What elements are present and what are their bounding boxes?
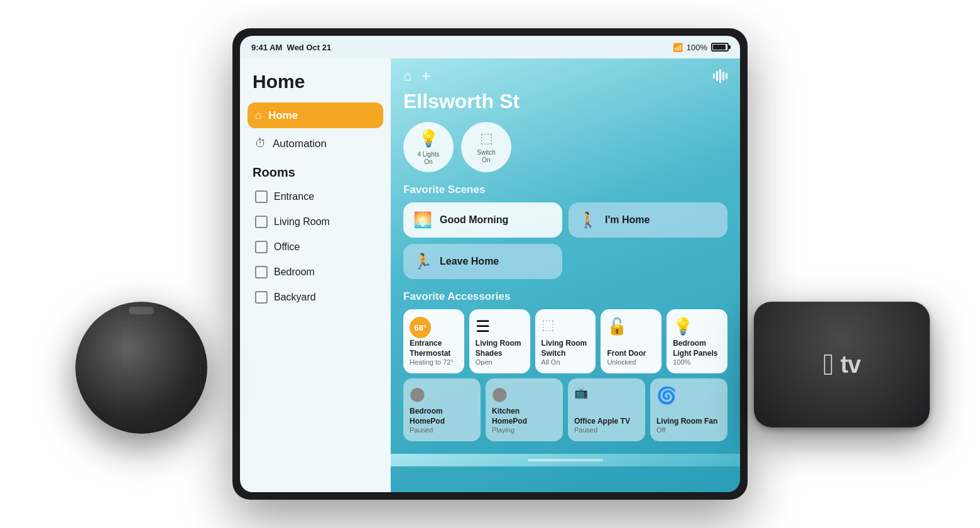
shades-status: Open <box>476 358 524 366</box>
room-icon-office <box>255 241 268 253</box>
room-icon-backyard <box>255 291 268 304</box>
waveform-bar-2 <box>716 71 718 81</box>
accessory-bedroom-homepod[interactable]: ⬤ Bedroom HomePod Paused <box>403 378 481 441</box>
home-nav-icon[interactable]: ⌂ <box>403 68 411 84</box>
lights-icon: 💡 <box>418 129 438 148</box>
scene-card-good-morning[interactable]: 🌅 Good Morning <box>403 202 562 238</box>
im-home-icon: 🚶 <box>579 211 597 229</box>
accessory-bedroom-light-panels[interactable]: 💡 Bedroom Light Panels 100% <box>667 309 727 373</box>
waveform-bar-5 <box>726 73 727 79</box>
switch-status: All On <box>542 358 590 366</box>
light-panels-name: Bedroom Light Panels <box>673 339 721 358</box>
room-label-living-room: Living Room <box>274 216 330 228</box>
fan-icon: 🌀 <box>656 386 721 405</box>
thermostat-name: Entrance Thermostat <box>410 339 458 358</box>
leave-home-icon: 🏃 <box>413 253 432 270</box>
kitchen-homepod-icon: ⬤ <box>492 386 557 402</box>
bedroom-homepod-status: Paused <box>410 426 474 434</box>
room-label-office: Office <box>274 241 300 253</box>
sidebar-room-office[interactable]: Office <box>248 235 383 259</box>
wifi-icon: ️📶 <box>673 43 683 52</box>
rooms-header: Rooms <box>253 165 383 180</box>
kitchen-homepod-status: Playing <box>492 426 557 434</box>
switch-tile-icon: ⬚ <box>542 317 590 333</box>
status-time: 9:41 AM Wed Oct 21 <box>251 43 331 52</box>
sidebar: Home ⌂ Home ⏱ Automation Rooms Entra <box>240 58 391 492</box>
fan-name: Living Room Fan <box>656 417 721 427</box>
app-container: Home ⌂ Home ⏱ Automation Rooms Entra <box>240 58 740 492</box>
room-icon-living-room <box>255 216 268 228</box>
switch-icon: ⬚ <box>480 130 493 146</box>
switch-label: SwitchOn <box>477 149 495 164</box>
add-button[interactable]: + <box>422 67 430 85</box>
apple-tv-logo:  tv <box>823 349 860 380</box>
accessory-kitchen-homepod[interactable]: ⬤ Kitchen HomePod Playing <box>486 378 563 441</box>
fan-status: Off <box>656 426 721 434</box>
kitchen-homepod-name: Kitchen HomePod <box>492 407 557 426</box>
office-apple-tv-name: Office Apple TV <box>574 417 639 427</box>
apple-tv-tile-icon: 📺 <box>574 386 639 400</box>
waveform-bar-3 <box>719 69 721 83</box>
home-icon: ⌂ <box>255 109 262 122</box>
accessory-front-door[interactable]: 🔓 Front Door Unlocked <box>601 309 662 373</box>
top-bar-left: ⌂ + <box>403 67 430 85</box>
lock-icon: 🔓 <box>607 317 655 336</box>
accessories-section: Favorite Accessories 68° Entrance Thermo… <box>391 284 740 454</box>
accessories-row-1: 68° Entrance Thermostat Heating to 72° ☰ <box>403 309 727 373</box>
scene-card-im-home[interactable]: 🚶 I'm Home <box>569 202 727 238</box>
bedroom-homepod-name: Bedroom HomePod <box>410 407 474 426</box>
shades-icon: ☰ <box>476 317 524 336</box>
sidebar-automation-label: Automation <box>273 138 327 150</box>
accessory-living-room-fan[interactable]: 🌀 Living Room Fan Off <box>650 378 727 441</box>
front-door-status: Unlocked <box>607 358 655 366</box>
sidebar-item-automation[interactable]: ⏱ Automation <box>248 131 383 157</box>
siri-waveform[interactable] <box>713 69 727 84</box>
quick-tile-lights[interactable]: 💡 4 LightsOn <box>403 122 454 172</box>
accessory-entrance-thermostat[interactable]: 68° Entrance Thermostat Heating to 72° <box>403 309 464 373</box>
waveform-bar-4 <box>722 72 724 80</box>
automation-icon: ⏱ <box>255 137 266 150</box>
room-label-backyard: Backyard <box>274 292 316 303</box>
front-door-name: Front Door <box>607 349 655 359</box>
im-home-label: I'm Home <box>605 214 650 226</box>
waveform-bar-1 <box>713 74 715 79</box>
shades-name: Living Room Shades <box>476 339 524 358</box>
light-panels-icon: 💡 <box>673 317 721 336</box>
accessories-header: Favorite Accessories <box>403 290 727 309</box>
home-indicator-bar <box>528 459 603 461</box>
apple-logo-icon:  <box>823 349 834 380</box>
accessory-living-room-shades[interactable]: ☰ Living Room Shades Open <box>469 309 530 373</box>
sidebar-room-entrance[interactable]: Entrance <box>248 185 383 209</box>
favorite-scenes-header: Favorite Scenes <box>391 184 740 202</box>
switch-name: Living Room Switch <box>542 339 590 358</box>
room-label-entrance: Entrance <box>274 191 314 202</box>
lights-label: 4 LightsOn <box>417 151 439 166</box>
home-title: Ellsworth St <box>391 90 740 122</box>
quick-tiles: 💡 4 LightsOn ⬚ SwitchOn <box>391 122 740 184</box>
status-bar: 9:41 AM Wed Oct 21 ️📶 100% <box>240 36 740 58</box>
room-icon-entrance <box>255 190 268 203</box>
good-morning-icon: 🌅 <box>413 211 432 229</box>
sidebar-room-backyard[interactable]: Backyard <box>248 285 383 309</box>
room-label-bedroom: Bedroom <box>274 267 315 278</box>
sidebar-title: Home <box>248 71 383 92</box>
room-icon-bedroom <box>255 266 268 278</box>
sidebar-room-living-room[interactable]: Living Room <box>248 210 383 234</box>
bedroom-homepod-icon: ⬤ <box>410 386 474 402</box>
accessory-office-apple-tv[interactable]: 📺 Office Apple TV Paused <box>568 378 645 441</box>
homepod-mini <box>75 302 207 434</box>
scene-card-leave-home[interactable]: 🏃 Leave Home <box>403 244 562 279</box>
battery-percent: 100% <box>687 43 707 52</box>
office-apple-tv-status: Paused <box>574 426 639 434</box>
good-morning-label: Good Morning <box>440 214 508 226</box>
accessory-living-room-switch[interactable]: ⬚ Living Room Switch All On <box>535 309 596 373</box>
quick-tile-switch[interactable]: ⬚ SwitchOn <box>461 122 511 172</box>
status-right: ️📶 100% <box>673 43 729 52</box>
sidebar-item-home[interactable]: ⌂ Home <box>248 102 383 128</box>
sidebar-home-label: Home <box>268 109 298 122</box>
battery-fill <box>713 45 726 50</box>
top-bar: ⌂ + <box>391 58 740 90</box>
thermostat-status: Heating to 72° <box>410 358 458 366</box>
sidebar-room-bedroom[interactable]: Bedroom <box>248 260 383 284</box>
temp-badge: 68° <box>410 317 431 338</box>
